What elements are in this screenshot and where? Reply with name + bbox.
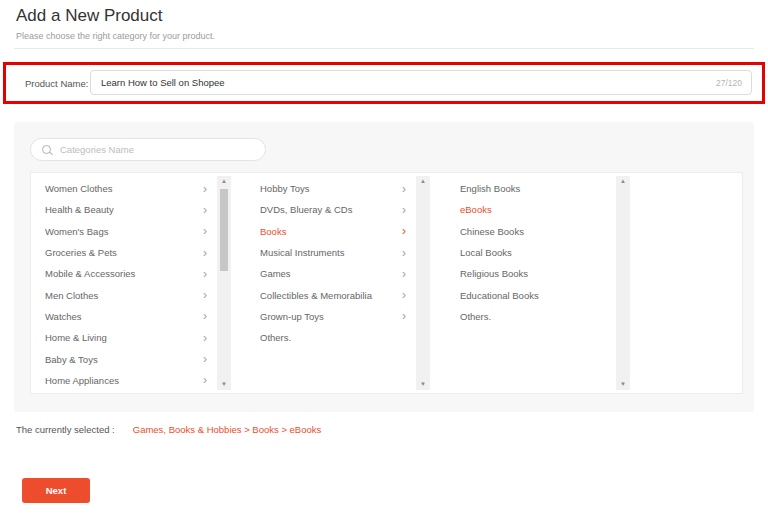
category-item-label: Women Clothes bbox=[45, 183, 112, 194]
category-item-label: Women's Bags bbox=[45, 226, 108, 237]
chevron-right-icon: › bbox=[203, 183, 207, 195]
category-item[interactable]: Health & Beauty› bbox=[31, 199, 217, 220]
selected-label: The currently selected : bbox=[16, 424, 115, 435]
category-list: Women Clothes›Health & Beauty›Women's Ba… bbox=[31, 178, 217, 391]
category-item[interactable]: Mobile & Accessories› bbox=[31, 263, 217, 284]
category-item-label: Books bbox=[260, 226, 286, 237]
category-item-label: Others. bbox=[260, 332, 291, 343]
chevron-right-icon: › bbox=[203, 225, 207, 237]
char-counter: 27/120 bbox=[716, 78, 742, 88]
category-item[interactable]: Collectibles & Memorabilia› bbox=[246, 284, 416, 305]
category-item-label: Games bbox=[260, 268, 291, 279]
next-button[interactable]: Next bbox=[22, 478, 90, 503]
category-item-label: Home Appliances bbox=[45, 375, 119, 386]
category-item[interactable]: Others. bbox=[446, 306, 616, 327]
category-item[interactable]: Hobby Toys› bbox=[246, 178, 416, 199]
category-item[interactable]: Women Clothes› bbox=[31, 178, 217, 199]
category-item-label: DVDs, Blueray & CDs bbox=[260, 204, 352, 215]
scroll-up-icon[interactable]: ▲ bbox=[416, 176, 430, 187]
chevron-right-icon: › bbox=[203, 353, 207, 365]
product-name-input-wrap: 27/120 bbox=[90, 70, 752, 95]
page-subtitle: Please choose the right category for you… bbox=[16, 31, 215, 41]
category-item-label: Men Clothes bbox=[45, 290, 98, 301]
category-column: English BookseBooksChinese BooksLocal Bo… bbox=[446, 173, 630, 393]
category-item[interactable]: Watches› bbox=[31, 306, 217, 327]
chevron-right-icon: › bbox=[402, 289, 406, 301]
category-item[interactable]: Home Appliances› bbox=[31, 370, 217, 391]
category-item-label: Home & Living bbox=[45, 332, 107, 343]
category-item[interactable]: Groceries & Pets› bbox=[31, 242, 217, 263]
current-selection-line: The currently selected :Games, Books & H… bbox=[16, 424, 321, 435]
product-name-label: Product Name: bbox=[25, 65, 88, 101]
chevron-right-icon: › bbox=[402, 183, 406, 195]
chevron-right-icon: › bbox=[203, 310, 207, 322]
scrollbar[interactable]: ▲ ▼ bbox=[217, 176, 231, 390]
scroll-up-icon[interactable]: ▲ bbox=[217, 176, 231, 187]
category-item[interactable]: English Books bbox=[446, 178, 616, 199]
category-item[interactable]: Musical Instruments› bbox=[246, 242, 416, 263]
category-item[interactable]: Educational Books bbox=[446, 284, 616, 305]
category-item[interactable]: Games› bbox=[246, 263, 416, 284]
product-name-input[interactable] bbox=[90, 70, 752, 95]
category-item-label: Grown-up Toys bbox=[260, 311, 324, 322]
category-item-label: Baby & Toys bbox=[45, 354, 98, 365]
category-item-label: Collectibles & Memorabilia bbox=[260, 290, 372, 301]
category-item-label: English Books bbox=[460, 183, 520, 194]
scroll-down-icon[interactable]: ▼ bbox=[217, 379, 231, 390]
category-list: Hobby Toys›DVDs, Blueray & CDs›Books›Mus… bbox=[246, 178, 416, 348]
chevron-right-icon: › bbox=[402, 204, 406, 216]
chevron-right-icon: › bbox=[402, 225, 406, 237]
category-item-label: Local Books bbox=[460, 247, 512, 258]
page-title: Add a New Product bbox=[16, 6, 162, 26]
search-input[interactable] bbox=[58, 143, 257, 156]
product-name-row: Product Name: 27/120 bbox=[3, 62, 765, 104]
category-item-label: Chinese Books bbox=[460, 226, 524, 237]
chevron-right-icon: › bbox=[203, 247, 207, 259]
category-item[interactable]: Women's Bags› bbox=[31, 221, 217, 242]
category-item[interactable]: Men Clothes› bbox=[31, 284, 217, 305]
search-icon bbox=[42, 145, 51, 154]
category-list: English BookseBooksChinese BooksLocal Bo… bbox=[446, 178, 616, 327]
category-item-label: Religious Books bbox=[460, 268, 528, 279]
category-column: Hobby Toys›DVDs, Blueray & CDs›Books›Mus… bbox=[246, 173, 430, 393]
chevron-right-icon: › bbox=[203, 332, 207, 344]
scroll-up-icon[interactable]: ▲ bbox=[616, 176, 630, 187]
category-search[interactable] bbox=[30, 138, 266, 161]
chevron-right-icon: › bbox=[203, 204, 207, 216]
category-item[interactable]: DVDs, Blueray & CDs› bbox=[246, 199, 416, 220]
scroll-down-icon[interactable]: ▼ bbox=[416, 379, 430, 390]
chevron-right-icon: › bbox=[203, 268, 207, 280]
add-product-page: Add a New Product Please choose the righ… bbox=[0, 0, 768, 518]
category-item[interactable]: Home & Living› bbox=[31, 327, 217, 348]
category-item[interactable]: Religious Books bbox=[446, 263, 616, 284]
category-item-label: Others. bbox=[460, 311, 491, 322]
scrollbar[interactable]: ▲ ▼ bbox=[416, 176, 430, 390]
category-item[interactable]: Baby & Toys› bbox=[31, 348, 217, 369]
scrollbar-thumb[interactable] bbox=[220, 189, 228, 271]
chevron-right-icon: › bbox=[402, 247, 406, 259]
header-divider bbox=[14, 48, 754, 49]
category-item[interactable]: Local Books bbox=[446, 242, 616, 263]
chevron-right-icon: › bbox=[402, 268, 406, 280]
category-item[interactable]: Others. bbox=[246, 327, 416, 348]
scroll-down-icon[interactable]: ▼ bbox=[616, 379, 630, 390]
category-item[interactable]: Chinese Books bbox=[446, 221, 616, 242]
category-item-label: Watches bbox=[45, 311, 82, 322]
category-item-label: Educational Books bbox=[460, 290, 539, 301]
category-item-label: Mobile & Accessories bbox=[45, 268, 135, 279]
chevron-right-icon: › bbox=[203, 289, 207, 301]
category-item[interactable]: Grown-up Toys› bbox=[246, 306, 416, 327]
category-column: Women Clothes›Health & Beauty›Women's Ba… bbox=[31, 173, 231, 393]
category-item-label: Groceries & Pets bbox=[45, 247, 117, 258]
scrollbar[interactable]: ▲ ▼ bbox=[616, 176, 630, 390]
chevron-right-icon: › bbox=[402, 310, 406, 322]
category-item[interactable]: Books› bbox=[246, 221, 416, 242]
category-box: Women Clothes›Health & Beauty›Women's Ba… bbox=[30, 172, 743, 394]
category-item-label: Health & Beauty bbox=[45, 204, 114, 215]
category-panel: Women Clothes›Health & Beauty›Women's Ba… bbox=[14, 122, 754, 412]
selected-category-path: Games, Books & Hobbies > Books > eBooks bbox=[133, 424, 322, 435]
category-item-label: Musical Instruments bbox=[260, 247, 344, 258]
category-item-label: eBooks bbox=[460, 204, 492, 215]
category-item-label: Hobby Toys bbox=[260, 183, 309, 194]
category-item[interactable]: eBooks bbox=[446, 199, 616, 220]
